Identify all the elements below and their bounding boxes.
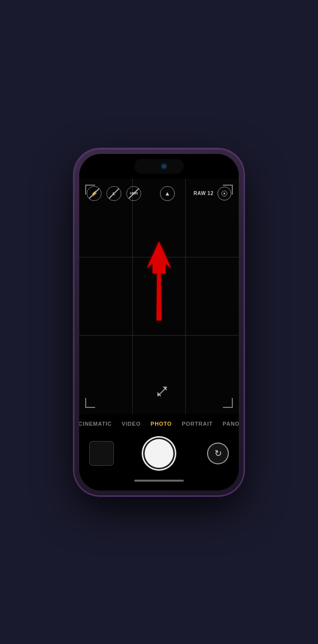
grid-line-h2: [79, 335, 239, 336]
mode-portrait[interactable]: PORTRAIT: [182, 421, 213, 427]
grid-line-v1: [132, 179, 133, 414]
raw-badge[interactable]: RAW 12: [194, 191, 213, 196]
mode-pano[interactable]: PANO: [223, 421, 239, 427]
hdr-toggle[interactable]: HDR: [126, 186, 141, 201]
mode-video[interactable]: VIDEO: [122, 421, 141, 427]
corner-bracket-br: [223, 398, 233, 408]
shutter-row: ↻: [79, 434, 239, 473]
camera-top-controls: ⚡ L HDR ▲ RAW 12: [79, 181, 239, 206]
flip-camera-button[interactable]: ↻: [207, 443, 229, 464]
home-indicator: [79, 473, 239, 488]
controls-expand-button[interactable]: ▲: [160, 186, 175, 201]
home-bar: [134, 480, 184, 482]
flip-icon: ↻: [214, 448, 222, 459]
camera-bottom-controls: CINEMATIC VIDEO PHOTO PORTRAIT PANO ↻: [79, 414, 239, 491]
live-toggle[interactable]: L: [106, 186, 121, 201]
swipe-up-arrow: [147, 242, 171, 333]
grid-line-v2: [185, 179, 186, 414]
mode-photo[interactable]: PHOTO: [151, 421, 172, 427]
top-right-icons: RAW 12: [194, 187, 231, 200]
svg-marker-1: [147, 242, 171, 274]
live-photo-target[interactable]: [217, 187, 231, 200]
mode-cinematic[interactable]: CINEMATIC: [79, 421, 112, 427]
shutter-inner: [145, 439, 173, 468]
flash-toggle[interactable]: ⚡: [87, 186, 102, 201]
dynamic-island: [134, 159, 184, 174]
phone-screen: ⚡ L HDR ▲ RAW 12: [79, 154, 239, 491]
camera-dot: [162, 164, 166, 168]
corner-bracket-bl: [85, 398, 95, 408]
phone-frame: ⚡ L HDR ▲ RAW 12: [74, 149, 244, 495]
last-photo-thumbnail[interactable]: [89, 441, 114, 466]
shutter-button[interactable]: [142, 436, 176, 471]
camera-viewfinder[interactable]: [79, 179, 239, 414]
dynamic-island-area: [79, 154, 239, 179]
top-left-icons: ⚡ L HDR: [87, 186, 141, 201]
camera-mode-selector: CINEMATIC VIDEO PHOTO PORTRAIT PANO: [79, 414, 239, 434]
resize-icon: [157, 386, 168, 399]
